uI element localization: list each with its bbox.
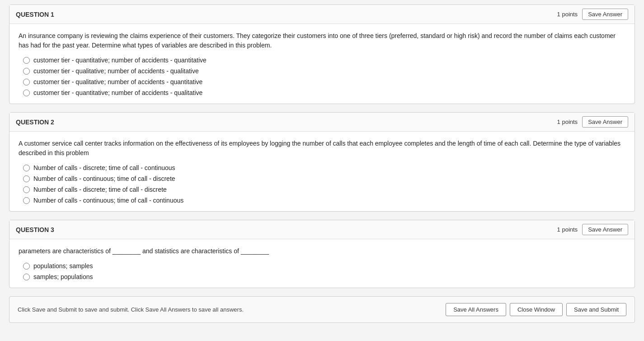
question-title-1: QUESTION 1 (16, 11, 54, 18)
option-label-2-3: Number of calls - discrete; time of call… (33, 186, 167, 193)
radio-2-3[interactable] (23, 186, 30, 193)
options-list-2: Number of calls - discrete; time of call… (19, 164, 625, 204)
question-header-1: QUESTION 11 pointsSave Answer (9, 5, 635, 24)
footer-buttons: Save All Answers Close Window Save and S… (446, 303, 626, 316)
questions-container: QUESTION 11 pointsSave AnswerAn insuranc… (9, 5, 635, 288)
question-text-1: An insurance company is reviewing the cl… (19, 31, 625, 50)
question-block-3: QUESTION 31 pointsSave Answerparameters … (9, 220, 635, 288)
points-label-2: 1 points (557, 118, 578, 125)
option-label-2-2: Number of calls - continuous; time of ca… (33, 175, 175, 182)
option-item-1-2: customer tier - qualitative; number of a… (23, 67, 625, 75)
option-label-2-1: Number of calls - discrete; time of call… (33, 164, 175, 171)
points-label-1: 1 points (557, 11, 578, 18)
points-save-3: 1 pointsSave Answer (557, 224, 628, 235)
option-item-2-2: Number of calls - continuous; time of ca… (23, 175, 625, 182)
radio-1-4[interactable] (23, 90, 30, 96)
save-and-submit-button[interactable]: Save and Submit (566, 303, 626, 316)
option-label-3-2: samples; populations (33, 273, 93, 280)
radio-1-3[interactable] (23, 79, 30, 85)
radio-1-1[interactable] (23, 57, 30, 64)
question-body-3: parameters are characteristics of ______… (9, 239, 635, 288)
question-header-2: QUESTION 21 pointsSave Answer (9, 113, 635, 132)
option-item-1-1: customer tier - quantitative; number of … (23, 57, 625, 64)
radio-2-1[interactable] (23, 165, 30, 171)
question-title-3: QUESTION 3 (16, 226, 54, 233)
option-item-3-1: populations; samples (23, 262, 625, 270)
points-label-3: 1 points (557, 226, 578, 233)
page-container: QUESTION 11 pointsSave AnswerAn insuranc… (0, 0, 644, 332)
save-answer-button-3[interactable]: Save Answer (582, 224, 628, 235)
option-item-1-3: customer tier - qualitative; number of a… (23, 78, 625, 85)
option-item-3-2: samples; populations (23, 273, 625, 280)
question-body-2: A customer service call center tracks in… (9, 132, 635, 211)
question-title-2: QUESTION 2 (16, 118, 54, 126)
question-block-1: QUESTION 11 pointsSave AnswerAn insuranc… (9, 5, 635, 104)
close-window-button[interactable]: Close Window (510, 303, 563, 316)
footer-text: Click Save and Submit to save and submit… (18, 306, 244, 313)
option-item-1-4: customer tier - quantitative; number of … (23, 89, 625, 96)
option-label-2-4: Number of calls - continuous; time of ca… (33, 197, 183, 204)
question-text-3: parameters are characteristics of ______… (19, 246, 625, 256)
save-answer-button-2[interactable]: Save Answer (582, 116, 628, 128)
save-answer-button-1[interactable]: Save Answer (582, 9, 628, 20)
option-item-2-4: Number of calls - continuous; time of ca… (23, 197, 625, 204)
options-list-3: populations; samplessamples; populations (19, 262, 625, 280)
option-label-1-1: customer tier - quantitative; number of … (33, 57, 207, 64)
option-item-2-3: Number of calls - discrete; time of call… (23, 186, 625, 193)
radio-3-2[interactable] (23, 274, 30, 280)
question-block-2: QUESTION 21 pointsSave AnswerA customer … (9, 112, 635, 212)
points-save-2: 1 pointsSave Answer (557, 116, 628, 128)
radio-2-4[interactable] (23, 197, 30, 204)
points-save-1: 1 pointsSave Answer (557, 9, 628, 20)
options-list-1: customer tier - quantitative; number of … (19, 57, 625, 96)
question-body-1: An insurance company is reviewing the cl… (9, 24, 635, 104)
footer-bar: Click Save and Submit to save and submit… (9, 296, 635, 323)
radio-2-2[interactable] (23, 175, 30, 182)
radio-1-2[interactable] (23, 68, 30, 75)
radio-3-1[interactable] (23, 263, 30, 270)
question-header-3: QUESTION 31 pointsSave Answer (9, 220, 635, 239)
save-all-answers-button[interactable]: Save All Answers (446, 303, 506, 316)
option-label-1-4: customer tier - quantitative; number of … (33, 89, 202, 96)
option-label-1-3: customer tier - qualitative; number of a… (33, 78, 202, 85)
option-item-2-1: Number of calls - discrete; time of call… (23, 164, 625, 171)
option-label-1-2: customer tier - qualitative; number of a… (33, 67, 199, 75)
option-label-3-1: populations; samples (33, 262, 93, 270)
question-text-2: A customer service call center tracks in… (19, 139, 625, 158)
